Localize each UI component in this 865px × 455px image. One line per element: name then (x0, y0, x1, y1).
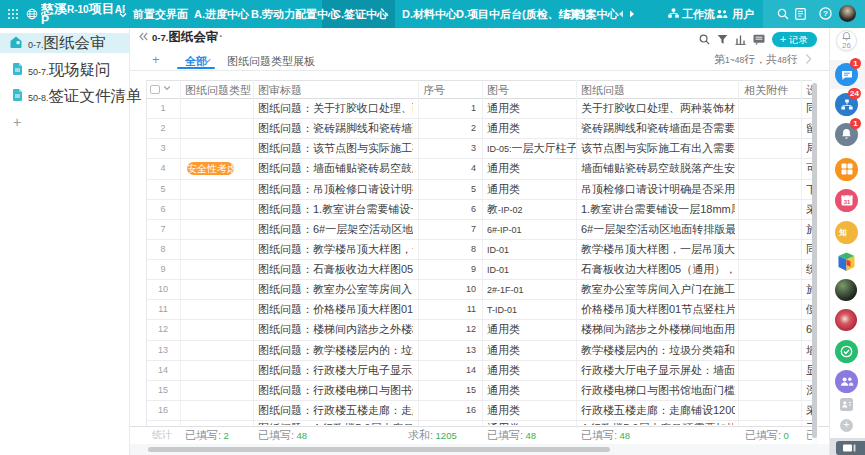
svg-text:?: ? (823, 9, 828, 18)
svg-text:31: 31 (843, 199, 850, 205)
